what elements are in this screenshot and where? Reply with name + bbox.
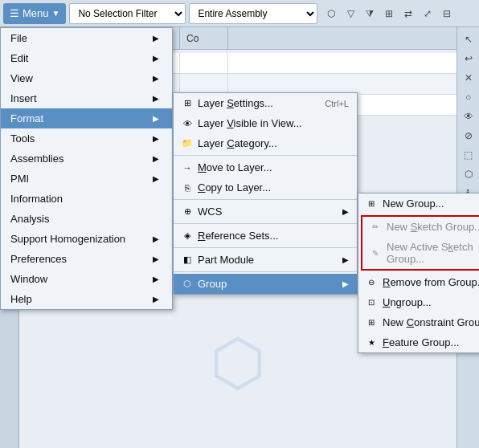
menu-item-pmi-label: PMI xyxy=(10,173,29,185)
submenu-reference-sets-label: Reference Sets... xyxy=(198,230,278,242)
sidebar-icon-circle[interactable]: ○ xyxy=(460,88,477,106)
menu-item-file[interactable]: File ▶ xyxy=(1,28,172,48)
group-item-ungroup-label: Ungroup... xyxy=(383,296,432,308)
submenu-group[interactable]: ⬡ Group ▶ xyxy=(174,274,357,294)
menu-item-window-arrow: ▶ xyxy=(153,275,159,283)
sidebar-icon-eye-off[interactable]: ⊘ xyxy=(460,127,477,145)
menu-item-edit[interactable]: Edit ▶ xyxy=(1,48,172,68)
sidebar-icon-eye[interactable]: 👁 xyxy=(460,108,477,125)
submenu-layer-visible-label: Layer Visible in View... xyxy=(198,117,302,129)
icon-move[interactable]: ⤢ xyxy=(419,5,436,22)
submenu-copy-to-layer-label: Copy to Layer... xyxy=(198,181,271,193)
sidebar-icon-undo[interactable]: ↩ xyxy=(460,50,477,67)
group-item-feature[interactable]: ★ Feature Group... xyxy=(358,332,479,352)
menu-item-information-label: Information xyxy=(10,193,63,205)
menu-item-file-arrow: ▶ xyxy=(153,34,159,43)
menu-item-information[interactable]: Information xyxy=(1,189,172,209)
submenu-divider-3 xyxy=(174,223,357,224)
layer-settings-icon: ⊞ xyxy=(180,96,194,111)
part-module-icon: ◧ xyxy=(180,253,194,267)
icon-filter[interactable]: ▽ xyxy=(342,5,359,22)
feature-group-icon: ★ xyxy=(365,336,378,349)
menu-icon: ☰ xyxy=(10,7,19,19)
group-item-remove-label: Remove from Group... xyxy=(383,276,479,288)
toolbar: ☰ Menu ▼ No Selection Filter Entire Asse… xyxy=(0,0,479,27)
sidebar-icon-box[interactable]: ⬚ xyxy=(460,146,477,164)
group-item-remove[interactable]: ⊖ Remove from Group... xyxy=(358,272,479,292)
menu-label: Menu xyxy=(23,7,49,19)
copy-layer-icon: ⎘ xyxy=(180,181,194,195)
submenu-move-to-layer-label: Move to Layer... xyxy=(198,161,272,173)
menu-item-assemblies-label: Assemblies xyxy=(10,153,63,165)
submenu-layer-settings-shortcut: Ctrl+L xyxy=(325,99,349,108)
submenu-layer-visible[interactable]: 👁 Layer Visible in View... xyxy=(174,113,357,133)
format-submenu: ⊞ Layer Settings... Ctrl+L 👁 Layer Visib… xyxy=(173,92,358,295)
menu-button[interactable]: ☰ Menu ▼ xyxy=(3,3,66,24)
layer-category-icon: 📁 xyxy=(180,136,194,151)
group-item-new-active-sketch: ✎ New Active Sketch Group... xyxy=(362,237,479,269)
icon-arrows[interactable]: ⇄ xyxy=(399,5,417,22)
submenu-group-arrow: ▶ xyxy=(342,279,349,288)
submenu-part-module-label: Part Module xyxy=(198,254,254,266)
icon-cube[interactable]: ⬡ xyxy=(322,5,340,22)
selection-filter-select[interactable]: No Selection Filter xyxy=(69,3,186,24)
submenu-wcs[interactable]: ⊕ WCS ▶ xyxy=(174,202,357,222)
red-outline-box: ✏ New Sketch Group... ✎ New Active Sketc… xyxy=(361,215,479,271)
submenu-layer-category[interactable]: 📁 Layer Category... xyxy=(174,133,357,153)
group-item-feature-label: Feature Group... xyxy=(383,336,459,348)
sidebar-icon-cube3d[interactable]: ⬡ xyxy=(460,165,477,183)
menu-item-window-label: Window xyxy=(10,273,47,285)
group-item-new-sketch-label: New Sketch Group... xyxy=(387,221,479,233)
menu-item-view-arrow: ▶ xyxy=(153,74,159,83)
submenu-divider-4 xyxy=(174,247,357,248)
submenu-part-module[interactable]: ◧ Part Module ▶ xyxy=(174,250,357,270)
menu-item-pmi[interactable]: PMI ▶ xyxy=(1,169,172,189)
menu-item-help-label: Help xyxy=(10,293,32,305)
menu-item-support[interactable]: Support Homogenization ▶ xyxy=(1,229,172,249)
icon-funnel[interactable]: ⧩ xyxy=(361,5,379,22)
menu-item-preferences-label: Preferences xyxy=(10,253,67,265)
menu-item-view[interactable]: View ▶ xyxy=(1,68,172,88)
menu-item-assemblies[interactable]: Assemblies ▶ xyxy=(1,149,172,169)
sidebar-icon-delete[interactable]: ✕ xyxy=(460,69,477,87)
cell-co-1 xyxy=(180,53,228,73)
menu-item-tools[interactable]: Tools ▶ xyxy=(1,128,172,149)
submenu-copy-to-layer[interactable]: ⎘ Copy to Layer... xyxy=(174,177,357,198)
toolbar-icons: ⬡ ▽ ⧩ ⊞ ⇄ ⤢ ⊟ xyxy=(322,5,456,22)
submenu-divider-2 xyxy=(174,199,357,200)
group-item-ungroup[interactable]: ⊡ Ungroup... xyxy=(358,292,479,312)
group-item-new-active-sketch-label: New Active Sketch Group... xyxy=(387,241,479,265)
submenu-group-label: Group xyxy=(198,278,227,290)
group-item-new-constraint[interactable]: ⊞ New Constraint Group... xyxy=(358,312,479,332)
group-item-new-sketch: ✏ New Sketch Group... xyxy=(362,217,479,237)
icon-grid[interactable]: ⊟ xyxy=(438,5,456,22)
assembly-select[interactable]: Entire Assembly xyxy=(189,3,317,24)
submenu-layer-settings-label: Layer Settings... xyxy=(198,97,273,109)
icon-layers[interactable]: ⊞ xyxy=(380,5,398,22)
group-item-new[interactable]: ⊞ New Group... xyxy=(358,193,479,214)
group-item-new-constraint-label: New Constraint Group... xyxy=(383,316,479,328)
ungroup-icon: ⊡ xyxy=(365,296,378,309)
menu-item-pmi-arrow: ▶ xyxy=(153,174,159,183)
menu-item-insert[interactable]: Insert ▶ xyxy=(1,88,172,108)
menu-item-assemblies-arrow: ▶ xyxy=(153,154,159,163)
submenu-move-to-layer[interactable]: → Move to Layer... xyxy=(174,157,357,177)
layer-visible-icon: 👁 xyxy=(180,116,194,131)
menu-item-help-arrow: ▶ xyxy=(153,295,159,303)
menu-item-support-arrow: ▶ xyxy=(153,234,159,243)
menu-item-format-arrow: ▶ xyxy=(153,114,159,123)
menu-item-format[interactable]: Format ▶ xyxy=(1,108,172,128)
menu-item-analysis[interactable]: Analysis xyxy=(1,209,172,229)
menu-item-help[interactable]: Help ▶ xyxy=(1,289,172,309)
group-icon: ⬡ xyxy=(180,277,194,291)
submenu-reference-sets[interactable]: ◈ Reference Sets... xyxy=(174,226,357,246)
menu-item-preferences[interactable]: Preferences ▶ xyxy=(1,249,172,269)
main-menu: File ▶ Edit ▶ View ▶ Insert ▶ Format ▶ T… xyxy=(0,27,173,310)
new-active-sketch-icon: ✎ xyxy=(369,246,382,259)
menu-chevron-icon: ▼ xyxy=(52,9,60,18)
menu-item-file-label: File xyxy=(10,32,27,44)
submenu-layer-settings[interactable]: ⊞ Layer Settings... Ctrl+L xyxy=(174,93,357,113)
hex-watermark: ⬡ xyxy=(210,325,266,400)
sidebar-icon-select[interactable]: ↖ xyxy=(460,31,477,48)
menu-item-window[interactable]: Window ▶ xyxy=(1,269,172,289)
